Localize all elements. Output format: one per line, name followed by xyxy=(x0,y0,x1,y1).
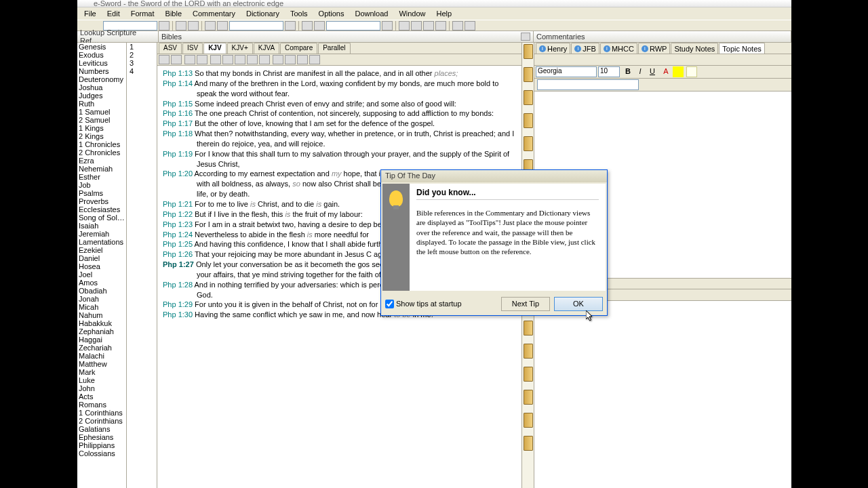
chapters-list[interactable]: 1234 xyxy=(127,43,157,488)
bookmark-icon[interactable] xyxy=(524,390,533,405)
toolbar-btn[interactable] xyxy=(302,21,313,30)
commentary-tab-mhcc[interactable]: iMHCC xyxy=(600,43,637,54)
toolbar-btn[interactable] xyxy=(314,21,325,30)
book-item[interactable]: Hosea xyxy=(77,262,126,270)
menu-dictionary[interactable]: Dictionary xyxy=(242,8,283,19)
verse-row[interactable]: Php 1:15 Some indeed preach Christ even … xyxy=(163,99,516,109)
menu-download[interactable]: Download xyxy=(351,8,393,19)
book-item[interactable]: 1 Chronicles xyxy=(77,140,126,148)
highlight-icon[interactable] xyxy=(673,66,684,77)
verse-reference[interactable]: Php 1:14 xyxy=(163,79,193,87)
bible-tool-icon[interactable] xyxy=(222,55,233,64)
book-item[interactable]: 2 Samuel xyxy=(77,116,126,124)
show-tips-check-input[interactable] xyxy=(385,300,394,308)
bible-tool-icon[interactable] xyxy=(184,55,195,64)
bible-tool-icon[interactable] xyxy=(259,55,270,64)
verse-reference[interactable]: Php 1:23 xyxy=(163,220,193,228)
verse-reference[interactable]: Php 1:19 xyxy=(163,150,193,158)
bookmark-icon[interactable] xyxy=(524,90,533,105)
font-size-select[interactable]: 10 xyxy=(598,66,620,77)
book-item[interactable]: Psalms xyxy=(77,189,126,197)
menu-bible[interactable]: Bible xyxy=(161,8,186,19)
book-item[interactable]: Isaiah xyxy=(77,222,126,230)
bible-tool-icon[interactable] xyxy=(210,55,221,64)
toolbar-btn[interactable] xyxy=(217,21,228,30)
bible-tab-kjvplus[interactable]: KJV+ xyxy=(227,43,253,54)
verse-reference[interactable]: Php 1:22 xyxy=(163,210,193,218)
verse-reference[interactable]: Php 1:21 xyxy=(163,200,193,208)
verse-row[interactable]: Php 1:18 What then? notwithstanding, eve… xyxy=(163,129,516,149)
book-item[interactable]: Nehemiah xyxy=(77,165,126,173)
book-item[interactable]: Joshua xyxy=(77,83,126,92)
book-item[interactable]: Ecclesiastes xyxy=(77,205,126,214)
chapter-item[interactable]: 2 xyxy=(127,51,157,59)
book-item[interactable]: Zephaniah xyxy=(77,327,126,336)
verse-reference[interactable]: Php 1:16 xyxy=(163,109,193,117)
toolbar-btn[interactable] xyxy=(452,21,463,30)
verse-row[interactable]: Php 1:19 For I know that this shall turn… xyxy=(163,149,516,169)
bible-tool-icon[interactable] xyxy=(247,55,258,64)
dictionary-content[interactable] xyxy=(534,301,791,488)
toolbar-dropdown[interactable] xyxy=(229,21,283,30)
italic-button[interactable]: I xyxy=(635,66,646,77)
bible-tool-icon[interactable] xyxy=(197,55,208,64)
chapter-item[interactable]: 4 xyxy=(127,67,157,75)
book-item[interactable]: Numbers xyxy=(77,67,126,75)
book-item[interactable]: 2 Chronicles xyxy=(77,148,126,157)
bible-tool-icon[interactable] xyxy=(273,55,283,64)
verse-row[interactable]: Php 1:14 And many of the brethren in the… xyxy=(163,79,516,99)
book-item[interactable]: Leviticus xyxy=(77,59,126,67)
book-item[interactable]: Exodus xyxy=(77,51,126,59)
lookup-header[interactable]: Lookup Scripture Ref… xyxy=(77,31,159,42)
toolbar-dropdown[interactable] xyxy=(326,21,380,30)
book-item[interactable]: Amos xyxy=(77,279,126,287)
book-item[interactable]: Lamentations xyxy=(77,238,126,246)
layout-icon[interactable] xyxy=(435,21,446,30)
book-item[interactable]: Deuteronomy xyxy=(77,75,126,83)
commentary-tab-topic-notes[interactable]: Topic Notes xyxy=(719,43,764,54)
nav-fwd-icon[interactable] xyxy=(188,21,199,30)
book-item[interactable]: Haggai xyxy=(77,336,126,344)
bible-tool-icon[interactable] xyxy=(297,55,308,64)
book-item[interactable]: Malachi xyxy=(77,352,126,360)
verse-reference[interactable]: Php 1:25 xyxy=(163,240,193,248)
book-item[interactable]: Jonah xyxy=(77,295,126,303)
book-item[interactable]: 1 Corinthians xyxy=(77,409,126,417)
book-item[interactable]: Ezekiel xyxy=(77,246,126,254)
commentary-tab-jfb[interactable]: iJFB xyxy=(571,43,599,54)
book-item[interactable]: Obadiah xyxy=(77,287,126,295)
bible-tool-icon[interactable] xyxy=(159,55,170,64)
bible-tool-icon[interactable] xyxy=(171,55,182,64)
book-item[interactable]: Mark xyxy=(77,368,126,376)
panel-pin-icon[interactable] xyxy=(521,33,530,41)
verse-reference[interactable]: Php 1:28 xyxy=(163,281,193,289)
toolbar-btn[interactable] xyxy=(285,21,296,30)
bookmark-icon[interactable] xyxy=(524,113,533,128)
font-color-icon[interactable]: A xyxy=(660,66,671,77)
bible-tab-parallel[interactable]: Parallel xyxy=(318,43,350,54)
bible-tab-isv[interactable]: ISV xyxy=(182,43,203,54)
book-item[interactable]: Galatians xyxy=(77,425,126,433)
toolbar-btn[interactable] xyxy=(159,21,170,30)
next-tip-button[interactable]: Next Tip xyxy=(501,297,550,311)
bible-tool-icon[interactable] xyxy=(235,55,245,64)
layout-icon[interactable] xyxy=(399,21,410,30)
bookmark-icon[interactable] xyxy=(524,67,533,82)
book-item[interactable]: Acts xyxy=(77,392,126,401)
bookmark-icon[interactable] xyxy=(524,436,533,451)
bookmark-icon[interactable] xyxy=(524,321,533,336)
topic-combo[interactable] xyxy=(537,79,639,90)
bible-tab-kjv[interactable]: KJV xyxy=(203,43,226,54)
toolbar-btn[interactable] xyxy=(205,21,216,30)
bookmark-icon[interactable] xyxy=(524,367,533,382)
book-item[interactable]: Ephesians xyxy=(77,433,126,441)
menu-window[interactable]: Window xyxy=(395,8,429,19)
verse-reference[interactable]: Php 1:30 xyxy=(163,310,193,319)
books-list[interactable]: GenesisExodusLeviticusNumbersDeuteronomy… xyxy=(77,43,127,488)
bible-tool-icon[interactable] xyxy=(285,55,296,64)
book-item[interactable]: 2 Corinthians xyxy=(77,417,126,425)
show-tips-checkbox[interactable]: Show tips at startup xyxy=(385,300,497,308)
menu-edit[interactable]: Edit xyxy=(103,8,124,19)
bible-tab-kjva[interactable]: KJVA xyxy=(254,43,279,54)
layout-icon[interactable] xyxy=(423,21,434,30)
